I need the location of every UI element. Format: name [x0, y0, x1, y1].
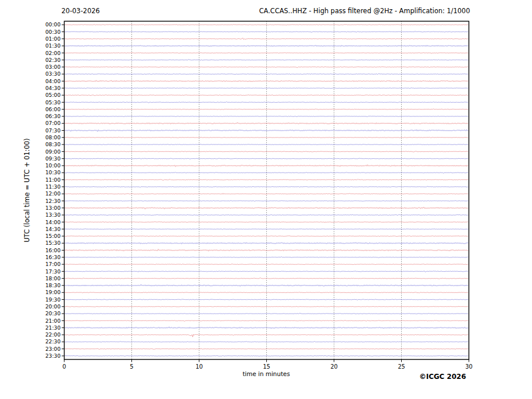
trace-row-1230: [65, 201, 468, 202]
trace-row-2300: [65, 349, 468, 350]
y-tick-label: 01:30: [45, 42, 61, 49]
x-tick-label: 20: [331, 363, 338, 370]
y-tick-label: 20:00: [45, 303, 61, 310]
y-tick-label: 20:30: [45, 310, 61, 316]
trace-row-1930: [65, 299, 468, 300]
y-tick-label: 12:00: [45, 190, 61, 197]
trace-row-0300: [65, 66, 468, 68]
y-tick-label: 21:00: [45, 318, 61, 324]
y-tick-label: 03:00: [45, 64, 61, 70]
trace-row-1400: [65, 222, 468, 223]
y-tick-label: 15:00: [45, 233, 61, 239]
helicorder-plot: 00:0000:3001:0001:3002:0002:3003:0003:30…: [0, 0, 532, 399]
y-tick-label: 18:00: [45, 275, 61, 281]
x-tick-label: 25: [398, 363, 405, 370]
y-tick-label: 03:30: [45, 71, 61, 77]
y-tick-label: 10:30: [45, 169, 61, 175]
y-tick-label: 06:30: [45, 113, 61, 119]
y-tick-label: 10:00: [45, 162, 61, 169]
y-tick-label: 04:00: [45, 78, 61, 84]
x-tick-label: 5: [130, 363, 133, 370]
trace-row-2030: [65, 313, 468, 314]
trace-row-2230: [65, 341, 468, 342]
trace-row-1700: [65, 264, 468, 264]
y-tick-label: 14:30: [45, 226, 61, 232]
trace-row-0400: [65, 80, 468, 81]
y-tick-label: 19:30: [45, 296, 61, 303]
y-tick-label: 16:30: [45, 254, 61, 260]
y-tick-label: 00:00: [45, 21, 61, 28]
y-tick-label: 11:30: [45, 183, 61, 190]
y-tick-label: 02:30: [45, 57, 61, 63]
trace-row-0130: [65, 45, 468, 46]
y-tick-label: 23:00: [45, 346, 61, 352]
y-tick-label: 23:30: [45, 353, 61, 359]
y-tick-label: 06:00: [45, 106, 61, 112]
trace-row-0330: [65, 73, 468, 74]
y-tick-label: 15:30: [45, 240, 61, 246]
trace-row-1000: [65, 165, 468, 167]
x-tick-label: 15: [263, 363, 270, 370]
y-tick-label: 02:00: [45, 50, 61, 56]
y-tick-label: 05:00: [45, 92, 61, 98]
y-tick-label: 13:30: [45, 212, 61, 218]
y-tick-label: 00:30: [45, 29, 61, 35]
y-tick-label: 21:30: [45, 324, 61, 331]
y-tick-label: 17:00: [45, 261, 61, 267]
trace-row-1530: [65, 242, 468, 244]
trace-row-0000: [65, 24, 468, 25]
y-tick-label: 08:00: [45, 134, 61, 140]
x-tick-label: 10: [196, 363, 203, 370]
plot-border: [64, 21, 469, 359]
y-tick-label: 07:30: [45, 127, 61, 134]
y-tick-label: 11:00: [45, 177, 61, 183]
y-tick-label: 08:30: [45, 141, 61, 147]
trace-row-2000: [65, 306, 468, 307]
trace-row-1100: [65, 179, 468, 180]
y-tick-label: 13:00: [45, 205, 61, 211]
y-tick-label: 16:00: [45, 247, 61, 253]
x-tick-label: 0: [63, 363, 66, 370]
y-tick-label: 12:30: [45, 198, 61, 204]
trace-row-0700: [65, 123, 468, 124]
y-tick-label: 05:30: [45, 99, 61, 105]
y-tick-label: 22:30: [45, 338, 61, 345]
y-tick-label: 01:00: [45, 36, 61, 42]
y-tick-label: 04:30: [45, 85, 61, 91]
y-tick-label: 07:00: [45, 120, 61, 126]
y-tick-label: 14:00: [45, 219, 61, 225]
y-tick-label: 19:00: [45, 289, 61, 295]
trace-row-1600: [65, 249, 468, 251]
helicorder-screenshot: 20-03-2026 CA.CCAS..HHZ - High pass filt…: [0, 0, 532, 399]
y-tick-label: 09:00: [45, 148, 61, 155]
trace-row-0630: [65, 116, 468, 116]
y-tick-label: 18:30: [45, 282, 61, 288]
y-tick-label: 17:30: [45, 268, 61, 275]
x-tick-label: 30: [465, 363, 473, 370]
y-tick-label: 22:00: [45, 331, 61, 338]
trace-row-0800: [65, 137, 468, 138]
y-tick-label: 09:30: [45, 155, 61, 162]
